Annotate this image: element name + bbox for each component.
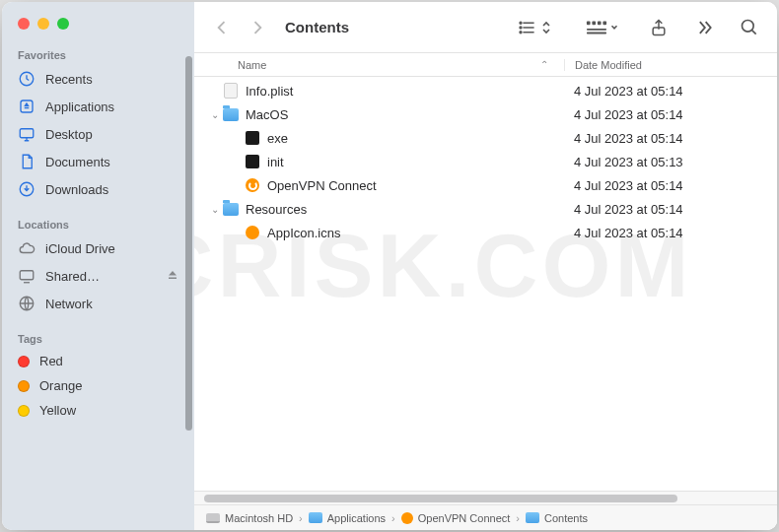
- file-date: 4 Jul 2023 at 05:14: [564, 226, 761, 240]
- exec-file-icon: [244, 129, 261, 147]
- sidebar-item-network[interactable]: Network: [2, 290, 194, 317]
- column-header-name-label: Name: [238, 59, 266, 71]
- applications-icon: [18, 98, 35, 115]
- sidebar-scrollbar[interactable]: [185, 56, 192, 431]
- path-separator-icon: ›: [516, 512, 520, 524]
- svg-rect-11: [598, 21, 602, 25]
- sidebar-item-downloads[interactable]: Downloads: [2, 175, 194, 203]
- minimize-button[interactable]: [37, 18, 49, 30]
- sidebar-item-label: Documents: [45, 155, 110, 169]
- horizontal-scrollbar-track[interactable]: [194, 491, 777, 504]
- sidebar-item-label: Shared…: [45, 269, 100, 284]
- disk-icon: [206, 513, 220, 523]
- group-by-button[interactable]: [578, 17, 627, 38]
- svg-point-6: [520, 22, 522, 24]
- sidebar-item-shared[interactable]: Shared…: [2, 262, 194, 290]
- file-name: Resources: [246, 202, 564, 217]
- sidebar-tag-item[interactable]: Red: [2, 349, 194, 373]
- file-list: Info.plist4 Jul 2023 at 05:14⌄MacOS4 Jul…: [194, 77, 777, 491]
- disclosure-triangle[interactable]: ⌄: [208, 109, 222, 120]
- svg-point-7: [520, 27, 522, 29]
- svg-rect-12: [602, 21, 606, 25]
- svg-rect-4: [20, 271, 34, 280]
- sidebar-item-icloud-drive[interactable]: iCloud Drive: [2, 234, 194, 262]
- path-segment[interactable]: Contents: [526, 512, 588, 524]
- icns-file-icon: [244, 224, 261, 241]
- file-name: Info.plist: [246, 84, 564, 99]
- sidebar-section-tags: Tags: [2, 327, 194, 349]
- path-segment-label: Applications: [327, 512, 386, 524]
- file-date: 4 Jul 2023 at 05:13: [564, 155, 761, 169]
- svg-rect-14: [587, 32, 606, 33]
- zoom-button[interactable]: [57, 18, 69, 30]
- exec-file-icon: [244, 153, 261, 170]
- close-button[interactable]: [18, 18, 30, 30]
- documents-icon: [18, 153, 35, 170]
- column-header-date-label: Date Modified: [575, 59, 642, 71]
- overflow-button[interactable]: [690, 14, 718, 41]
- path-separator-icon: ›: [299, 512, 303, 524]
- sidebar-item-recents[interactable]: Recents: [2, 65, 194, 93]
- file-row[interactable]: exe4 Jul 2023 at 05:14: [194, 126, 777, 150]
- app-icon: [401, 512, 413, 524]
- tag-dot-icon: [18, 405, 30, 417]
- path-segment-label: Contents: [544, 512, 588, 524]
- file-date: 4 Jul 2023 at 05:14: [564, 84, 761, 99]
- forward-button[interactable]: [244, 14, 271, 41]
- sidebar-item-desktop[interactable]: Desktop: [2, 120, 194, 148]
- path-segment[interactable]: Applications: [309, 512, 386, 524]
- sidebar-item-label: Red: [39, 354, 63, 368]
- back-button[interactable]: [208, 14, 236, 41]
- sidebar-item-label: Applications: [45, 100, 114, 114]
- path-separator-icon: ›: [391, 512, 395, 524]
- sidebar-item-applications[interactable]: Applications: [2, 93, 194, 120]
- file-row[interactable]: Info.plist4 Jul 2023 at 05:14: [194, 79, 777, 102]
- sidebar-item-label: Orange: [39, 378, 82, 393]
- clock-icon: [18, 70, 35, 88]
- folder-icon: [526, 512, 539, 523]
- path-segment[interactable]: Macintosh HD: [206, 512, 293, 524]
- share-button[interactable]: [645, 14, 673, 41]
- file-name: exe: [267, 131, 564, 146]
- tag-dot-icon: [18, 380, 30, 392]
- sidebar-section-favorites: Favorites: [2, 43, 194, 65]
- file-date: 4 Jul 2023 at 05:14: [564, 131, 761, 146]
- eject-icon[interactable]: [167, 269, 178, 284]
- view-mode-list-button[interactable]: [511, 17, 560, 38]
- file-date: 4 Jul 2023 at 05:14: [564, 202, 761, 217]
- sidebar-tag-item[interactable]: Orange: [2, 373, 194, 398]
- path-bar: Macintosh HD›Applications›OpenVPN Connec…: [194, 504, 777, 530]
- sidebar-tag-item[interactable]: Yellow: [2, 398, 194, 423]
- window-controls: [2, 14, 194, 43]
- file-name: init: [267, 155, 564, 169]
- sidebar-item-documents[interactable]: Documents: [2, 148, 194, 175]
- file-name: OpenVPN Connect: [267, 178, 564, 193]
- file-row[interactable]: AppIcon.icns4 Jul 2023 at 05:14: [194, 221, 777, 244]
- app-icon: [244, 176, 261, 194]
- cloud-icon: [18, 239, 35, 257]
- column-header-name[interactable]: Name ⌃: [238, 59, 564, 71]
- folder-icon: [222, 200, 240, 218]
- sort-ascending-icon: ⌃: [540, 59, 548, 70]
- file-date: 4 Jul 2023 at 05:14: [564, 107, 761, 122]
- file-date: 4 Jul 2023 at 05:14: [564, 178, 761, 193]
- toolbar-right: [511, 14, 763, 41]
- plist-file-icon: [222, 82, 240, 100]
- horizontal-scrollbar-thumb[interactable]: [204, 495, 677, 502]
- disclosure-triangle[interactable]: ⌄: [208, 204, 222, 215]
- toolbar: Contents: [194, 2, 777, 53]
- file-row[interactable]: ⌄MacOS4 Jul 2023 at 05:14: [194, 102, 777, 126]
- file-row[interactable]: OpenVPN Connect4 Jul 2023 at 05:14: [194, 173, 777, 197]
- search-button[interactable]: [736, 14, 763, 41]
- desktop-icon: [18, 125, 35, 143]
- column-header-date[interactable]: Date Modified: [564, 59, 761, 71]
- sidebar-item-label: Recents: [45, 72, 93, 87]
- folder-icon: [222, 105, 240, 123]
- page-title: Contents: [285, 19, 503, 35]
- file-row[interactable]: init4 Jul 2023 at 05:13: [194, 150, 777, 173]
- path-segment[interactable]: OpenVPN Connect: [401, 512, 511, 524]
- main-area: Favorites Recents Applications Desktop D…: [2, 2, 777, 530]
- file-name: MacOS: [246, 107, 564, 122]
- file-row[interactable]: ⌄Resources4 Jul 2023 at 05:14: [194, 197, 777, 221]
- svg-rect-13: [587, 28, 606, 30]
